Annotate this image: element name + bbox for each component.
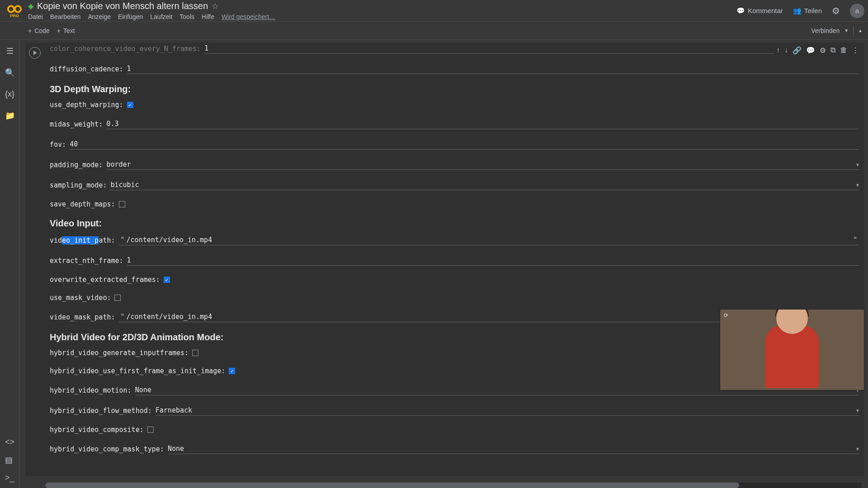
- cell-settings-icon[interactable]: ⚙: [820, 46, 826, 55]
- cell-toolbar: ↑ ↓ 🔗 💬 ⚙ ⧉ 🗑 ⋮: [774, 45, 861, 56]
- horizontal-scrollbar[interactable]: [45, 483, 862, 488]
- variables-icon[interactable]: {x}: [5, 89, 14, 99]
- hybrid-first-frame-label: hybrid_video_use_first_frame_as_init_ima…: [50, 367, 225, 375]
- run-cell-button[interactable]: [29, 47, 41, 59]
- video-mask-path-label: video_mask_path:: [50, 313, 115, 321]
- share-icon: 👥: [793, 7, 802, 15]
- midas-weight-label: midas_weight:: [50, 120, 103, 128]
- use-mask-video-label: use_mask_video:: [50, 294, 111, 302]
- hybrid-mask-type-label: hybrid_video_comp_mask_type:: [50, 445, 164, 453]
- save-depth-maps-checkbox[interactable]: [119, 201, 125, 207]
- comment-button[interactable]: 💬 Kommentar: [736, 7, 783, 15]
- menu-hilfe[interactable]: Hilfe: [202, 13, 214, 20]
- color-coherence-input[interactable]: [204, 43, 859, 54]
- chevron-down-icon: ▼: [856, 183, 859, 188]
- pro-badge: PRO: [10, 14, 19, 18]
- move-down-icon[interactable]: ↓: [784, 46, 788, 55]
- add-code-label: Code: [34, 27, 49, 34]
- menu-einfuegen[interactable]: Einfügen: [118, 13, 143, 20]
- close-quote: ": [851, 236, 859, 244]
- menu-tools[interactable]: Tools: [179, 13, 194, 20]
- sampling-mode-label: sampling_mode:: [50, 181, 107, 189]
- more-icon[interactable]: ⋮: [852, 46, 859, 55]
- use-depth-warping-label: use_depth_warping:: [50, 101, 123, 109]
- cell-comment-icon[interactable]: 💬: [806, 46, 815, 55]
- padding-mode-value: border: [106, 160, 131, 169]
- folder-icon[interactable]: 📁: [5, 111, 15, 121]
- form-cell: ↑ ↓ 🔗 💬 ⚙ ⧉ 🗑 ⋮ color_coherence_video_ev…: [25, 42, 864, 476]
- overwrite-extracted-frames-label: overwrite_extracted_frames:: [50, 276, 160, 284]
- connect-dropdown-icon[interactable]: ▼: [844, 28, 849, 33]
- extract-nth-frame-label: extract_nth_frame:: [50, 257, 123, 265]
- section-video-input: Video Input:: [50, 218, 859, 229]
- diffusion-cadence-label: diffusion_cadence:: [50, 65, 123, 73]
- document-title[interactable]: Kopie von Kopie von Mensch altern lassen: [37, 1, 208, 11]
- padding-mode-label: padding_mode:: [50, 161, 103, 169]
- menu-bearbeiten[interactable]: Bearbeiten: [50, 13, 81, 20]
- logo-block[interactable]: PRO: [4, 4, 25, 18]
- video-init-path-input[interactable]: [127, 235, 851, 245]
- fov-input[interactable]: [70, 139, 859, 150]
- left-rail: ☰ 🔍 {x} 📁 <> ▤ >_: [0, 40, 20, 488]
- open-quote: ": [119, 313, 127, 321]
- avatar[interactable]: a: [850, 4, 864, 18]
- video-init-path-input-wrap[interactable]: " ": [119, 235, 859, 245]
- sampling-mode-value: bicubic: [110, 181, 139, 189]
- add-code-button[interactable]: + Code: [24, 25, 53, 36]
- hybrid-flow-select[interactable]: Farneback ▼: [156, 405, 859, 416]
- scrollbar-thumb[interactable]: [45, 483, 739, 488]
- share-button[interactable]: 👥 Teilen: [793, 7, 822, 15]
- hybrid-mask-type-value: None: [168, 445, 184, 453]
- menu-anzeige[interactable]: Anzeige: [88, 13, 111, 20]
- colab-logo-icon: [6, 4, 23, 14]
- save-status[interactable]: Wird gespeichert…: [222, 13, 275, 20]
- share-label: Teilen: [804, 7, 822, 14]
- hybrid-mask-type-select[interactable]: None ▼: [168, 444, 859, 454]
- menu-datei[interactable]: Datei: [28, 13, 43, 20]
- comment-label: Kommentar: [748, 7, 783, 14]
- use-mask-video-checkbox[interactable]: [114, 295, 121, 301]
- delete-icon[interactable]: 🗑: [840, 46, 847, 55]
- section-3d-depth: 3D Depth Warping:: [50, 84, 859, 94]
- color-coherence-label: color_coherence_video_every_N_frames:: [50, 45, 201, 53]
- move-up-icon[interactable]: ↑: [776, 46, 780, 55]
- extract-nth-frame-input[interactable]: [127, 255, 859, 266]
- star-icon[interactable]: ☆: [212, 1, 219, 11]
- chevron-down-icon: ▼: [856, 408, 859, 413]
- comment-icon: 💬: [736, 7, 745, 15]
- terminal-icon[interactable]: >_: [5, 473, 14, 483]
- command-palette-icon[interactable]: ▤: [5, 455, 14, 465]
- diffusion-cadence-input[interactable]: [127, 64, 859, 74]
- spinner-icon: ⟳: [724, 312, 728, 319]
- add-text-button[interactable]: + Text: [53, 25, 79, 36]
- collapse-icon[interactable]: ▲: [858, 28, 863, 33]
- app-header: PRO ◆ Kopie von Kopie von Mensch altern …: [0, 0, 868, 22]
- hybrid-flow-label: hybrid_video_flow_method:: [50, 407, 152, 415]
- overwrite-extracted-frames-checkbox[interactable]: ✓: [164, 277, 170, 283]
- midas-weight-input[interactable]: [106, 119, 859, 129]
- drive-icon: ◆: [28, 2, 33, 10]
- code-snippet-icon[interactable]: <>: [5, 437, 14, 447]
- mirror-icon[interactable]: ⧉: [830, 46, 835, 55]
- use-depth-warping-checkbox[interactable]: ✓: [127, 102, 133, 108]
- hybrid-generate-checkbox[interactable]: [192, 350, 198, 356]
- hybrid-motion-value: None: [135, 386, 151, 394]
- chevron-down-icon: ▼: [856, 162, 859, 167]
- menu-bar: Datei Bearbeiten Anzeige Einfügen Laufze…: [28, 13, 275, 20]
- connect-button[interactable]: Verbinden: [811, 27, 840, 34]
- webcam-person: [765, 325, 819, 388]
- play-icon: [33, 51, 37, 55]
- toc-icon[interactable]: ☰: [6, 46, 14, 56]
- plus-icon: +: [28, 27, 32, 34]
- menu-laufzeit[interactable]: Laufzeit: [150, 13, 172, 20]
- notebook-content: ↑ ↓ 🔗 💬 ⚙ ⧉ 🗑 ⋮ color_coherence_video_ev…: [20, 40, 868, 488]
- settings-icon[interactable]: ⚙: [832, 5, 840, 16]
- open-quote: ": [119, 236, 127, 244]
- hybrid-first-frame-checkbox[interactable]: ✓: [229, 368, 235, 374]
- video-init-path-label: video_init_path:: [50, 236, 115, 244]
- sampling-mode-select[interactable]: bicubic ▼: [110, 180, 859, 190]
- link-icon[interactable]: 🔗: [793, 46, 802, 55]
- padding-mode-select[interactable]: border ▼: [106, 160, 859, 170]
- hybrid-composite-checkbox[interactable]: [147, 427, 154, 433]
- search-icon[interactable]: 🔍: [5, 68, 15, 78]
